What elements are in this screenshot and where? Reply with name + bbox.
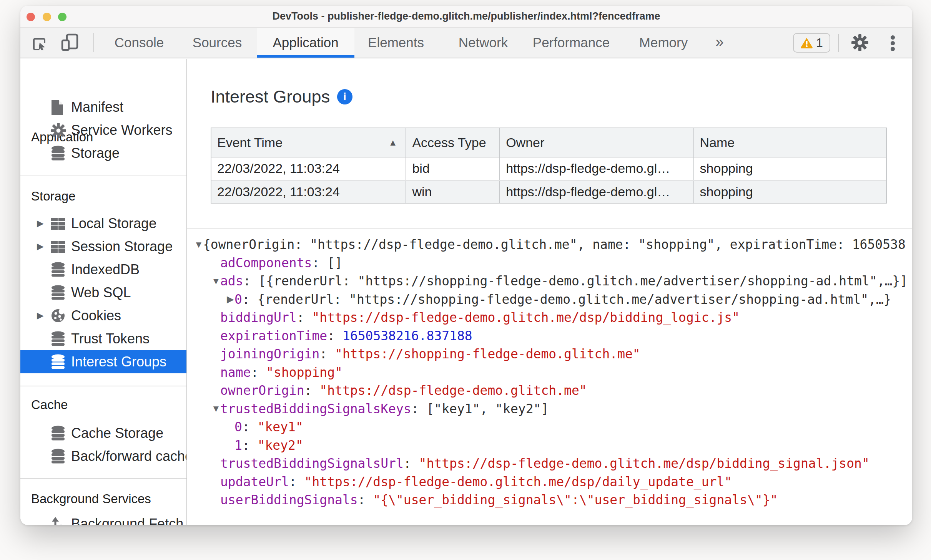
tree-row[interactable]: 0: "key1" [187, 418, 912, 436]
sidebar-item-cache-storage[interactable]: Cache Storage [20, 422, 186, 445]
tree-row[interactable]: updateUrl: "https://dsp-fledge-demo.glit… [187, 473, 912, 491]
tree-row[interactable]: ownerOrigin: "https://dsp-fledge-demo.gl… [187, 381, 912, 400]
tree-row[interactable]: 1: "key2" [187, 436, 912, 455]
warning-icon [800, 37, 813, 48]
expand-icon[interactable]: ▶ [37, 212, 44, 235]
database-icon [50, 354, 66, 369]
tab-elements[interactable]: Elements [368, 28, 424, 58]
manifest-document-icon [51, 99, 66, 115]
divider [187, 229, 912, 229]
devtools-toolbar: Console Sources Application Elements Net… [20, 28, 912, 58]
more-options-icon[interactable] [891, 35, 895, 52]
tree-row[interactable]: expirationTime: 1650538216.837188 [187, 327, 912, 345]
interest-group-json-tree: ▼{ownerOrigin: "https://dsp-fledge-demo.… [187, 235, 912, 509]
collapse-icon[interactable]: ▼ [211, 276, 220, 287]
fetch-arrows-icon [50, 516, 66, 525]
devtools-window: DevTools - publisher-fledge-demo.glitch.… [20, 6, 912, 525]
table-row[interactable]: 22/03/2022, 11:03:24 win https://dsp-fle… [211, 180, 886, 203]
sidebar-item-session-storage[interactable]: ▶ Session Storage [20, 235, 186, 258]
tree-row[interactable]: ▼ads: [{renderUrl: "https://shopping-fle… [187, 272, 912, 290]
tree-row[interactable]: ▼{ownerOrigin: "https://dsp-fledge-demo.… [187, 235, 912, 254]
toggle-device-toolbar-icon[interactable] [61, 33, 79, 51]
tree-row[interactable]: ▶0: {renderUrl: "https://shopping-fledge… [187, 290, 912, 309]
sidebar-item-background-fetch[interactable]: Background Fetch [20, 512, 186, 525]
database-icon [50, 285, 66, 300]
tree-row[interactable]: adComponents: [] [187, 254, 912, 272]
tree-row[interactable]: userBiddingSignals: "{\"user_bidding_sig… [187, 491, 912, 509]
tree-row[interactable]: name: "shopping" [187, 363, 912, 382]
window-title: DevTools - publisher-fledge-demo.glitch.… [20, 6, 912, 27]
table-row[interactable]: 22/03/2022, 11:03:24 bid https://dsp-fle… [211, 157, 886, 180]
tab-sources[interactable]: Sources [193, 28, 242, 58]
title-bar: DevTools - publisher-fledge-demo.glitch.… [20, 6, 912, 28]
service-workers-gear-icon [50, 123, 66, 138]
column-header-owner[interactable]: Owner [499, 128, 693, 157]
tree-row[interactable]: joiningOrigin: "https://shopping-fledge-… [187, 345, 912, 363]
sidebar-item-manifest[interactable]: Manifest [20, 96, 186, 119]
sidebar-item-storage[interactable]: Storage [20, 142, 186, 165]
sidebar-item-cookies[interactable]: ▶ Cookies [20, 304, 186, 327]
column-header-access-type[interactable]: Access Type [406, 128, 499, 157]
issues-warning-badge[interactable]: 1 [793, 33, 830, 53]
tree-row[interactable]: trustedBiddingSignalsUrl: "https://dsp-f… [187, 454, 912, 473]
more-tabs-icon[interactable]: » [715, 28, 723, 58]
tab-performance[interactable]: Performance [533, 28, 610, 58]
expand-icon[interactable]: ▶ [227, 294, 234, 305]
tab-application[interactable]: Application [257, 28, 354, 58]
sidebar-item-indexeddb[interactable]: IndexedDB [20, 258, 186, 281]
database-icon [50, 146, 66, 161]
database-icon [50, 449, 66, 464]
storage-grid-icon [50, 239, 66, 254]
sidebar-section-cache: Cache [31, 395, 68, 414]
application-panel-sidebar: Application Manifest [20, 59, 187, 525]
tab-console[interactable]: Console [115, 28, 164, 58]
storage-grid-icon [50, 216, 66, 231]
sidebar-item-local-storage[interactable]: ▶ Local Storage [20, 212, 186, 235]
column-header-name[interactable]: Name [693, 128, 886, 157]
collapse-icon[interactable]: ▼ [194, 239, 203, 250]
tab-network[interactable]: Network [459, 28, 508, 58]
sidebar-item-interest-groups[interactable]: Interest Groups [20, 350, 186, 373]
table-header-row: Event Time▲ Access Type Owner Name [211, 128, 886, 157]
tree-row[interactable]: biddingUrl: "https://dsp-fledge-demo.gli… [187, 308, 912, 327]
sidebar-section-storage: Storage [31, 187, 76, 206]
page-title: Interest Groups [211, 87, 330, 106]
toolbar-divider [838, 34, 839, 52]
sidebar-item-service-workers[interactable]: Service Workers [20, 119, 186, 142]
sidebar-item-trust-tokens[interactable]: Trust Tokens [20, 327, 186, 350]
settings-gear-icon[interactable] [851, 34, 869, 51]
interest-groups-panel: Interest Groups i Event Time▲ Access Typ… [187, 59, 912, 525]
column-header-event-time[interactable]: Event Time▲ [211, 128, 406, 157]
sidebar-item-back-forward-cache[interactable]: Back/forward cache [20, 445, 186, 468]
database-icon [50, 331, 66, 346]
inspect-element-icon[interactable] [33, 37, 47, 50]
sidebar-section-background-services: Background Services [31, 489, 151, 509]
database-icon [50, 262, 66, 277]
database-icon [50, 426, 66, 441]
tab-memory[interactable]: Memory [639, 28, 688, 58]
collapse-icon[interactable]: ▼ [211, 403, 220, 414]
interest-groups-table: Event Time▲ Access Type Owner Name 22/03… [211, 128, 887, 204]
sidebar-item-web-sql[interactable]: Web SQL [20, 281, 186, 304]
cookie-icon [50, 308, 66, 323]
expand-icon[interactable]: ▶ [37, 304, 44, 327]
toolbar-divider [93, 33, 94, 52]
info-icon[interactable]: i [337, 89, 352, 104]
tree-row[interactable]: ▼trustedBiddingSignalsKeys: ["key1", "ke… [187, 400, 912, 418]
sort-ascending-icon: ▲ [389, 128, 397, 157]
expand-icon[interactable]: ▶ [37, 235, 44, 258]
